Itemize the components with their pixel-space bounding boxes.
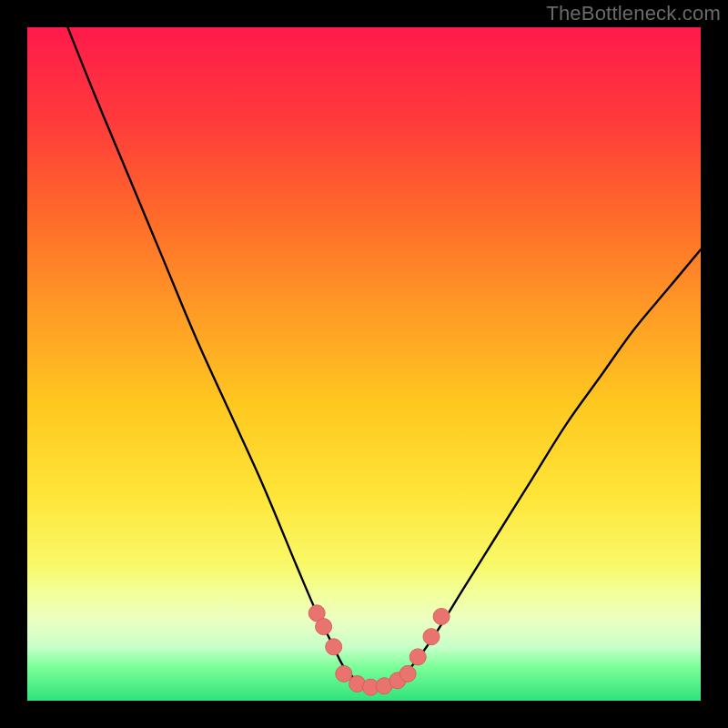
curve-marker	[316, 619, 332, 635]
curve-marker	[399, 665, 416, 682]
curve-marker	[336, 665, 352, 682]
curve-marker	[410, 649, 426, 665]
curve-marker	[423, 629, 440, 645]
chart-frame: TheBottleneck.com	[0, 0, 728, 728]
curve-marker	[433, 609, 450, 625]
curve-markers	[308, 605, 450, 695]
curve-layer	[27, 27, 701, 701]
plot-area	[27, 27, 701, 701]
bottleneck-curve	[67, 27, 701, 688]
curve-marker	[326, 639, 342, 655]
watermark-text: TheBottleneck.com	[546, 2, 721, 25]
